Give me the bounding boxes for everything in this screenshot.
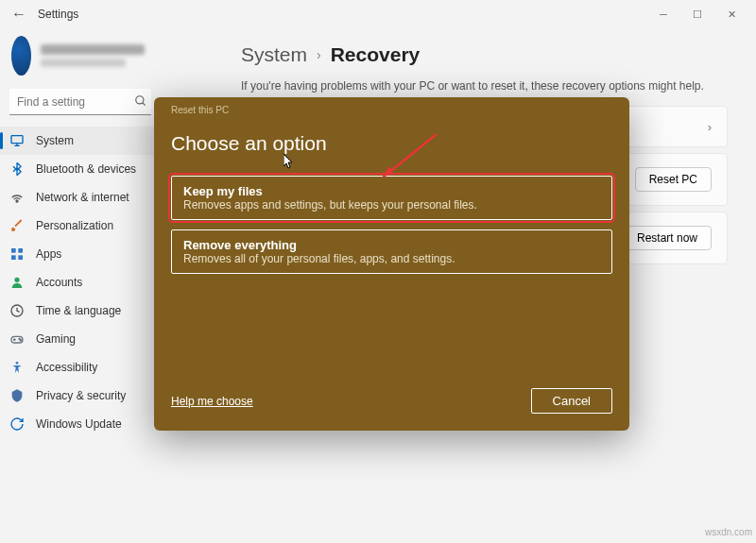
update-icon [9, 416, 25, 432]
sidebar-item-label: Apps [36, 247, 61, 261]
nav-list: SystemBluetooth & devicesNetwork & inter… [0, 127, 156, 438]
annotation-arrow-icon [378, 130, 444, 186]
profile-email [41, 59, 126, 67]
profile-name [41, 44, 145, 55]
close-button[interactable]: ✕ [714, 3, 748, 25]
restart-now-button[interactable]: Restart now [623, 226, 712, 250]
help-me-choose-link[interactable]: Help me choose [171, 395, 253, 408]
clock-icon [9, 303, 25, 318]
wifi-icon [9, 190, 25, 205]
search-icon [134, 94, 141, 111]
reset-option-remove-everything[interactable]: Remove everythingRemoves all of your per… [171, 229, 612, 274]
option-desc: Removes all of your personal files, apps… [183, 252, 600, 265]
person-icon [9, 275, 25, 290]
display-icon [9, 133, 25, 148]
sidebar-item-personalization[interactable]: Personalization [0, 212, 156, 240]
svg-rect-6 [11, 248, 16, 253]
svg-rect-8 [11, 255, 16, 260]
dialog-header: Reset this PC [171, 103, 612, 115]
sidebar-item-label: Time & language [36, 304, 121, 317]
sidebar-item-accounts[interactable]: Accounts [0, 268, 156, 297]
cursor-icon [284, 154, 295, 173]
sidebar-item-network-internet[interactable]: Network & internet [0, 183, 156, 212]
svg-point-0 [136, 96, 144, 104]
option-title: Remove everything [183, 238, 600, 252]
sidebar-item-label: Accounts [36, 276, 82, 289]
apps-icon [9, 246, 25, 262]
chevron-right-icon: › [708, 120, 712, 134]
sidebar-item-windows-update[interactable]: Windows Update [0, 410, 156, 438]
svg-point-16 [20, 340, 21, 341]
sidebar-item-privacy-security[interactable]: Privacy & security [0, 382, 156, 410]
svg-line-18 [387, 134, 437, 174]
chevron-right-icon: › [317, 47, 321, 62]
sidebar-item-bluetooth-devices[interactable]: Bluetooth & devices [0, 155, 156, 183]
svg-rect-2 [11, 136, 23, 144]
watermark: wsxdn.com [705, 527, 752, 537]
svg-marker-19 [382, 166, 393, 178]
sidebar-item-label: Privacy & security [36, 389, 126, 402]
avatar [11, 36, 31, 76]
sidebar-item-label: Gaming [36, 332, 76, 346]
option-desc: Removes apps and settings, but keeps you… [183, 198, 600, 212]
gaming-icon [9, 331, 25, 347]
search-wrap [9, 89, 146, 115]
sidebar-item-label: Bluetooth & devices [36, 162, 136, 176]
sidebar-item-apps[interactable]: Apps [0, 240, 156, 268]
sidebar: SystemBluetooth & devicesNetwork & inter… [0, 28, 156, 543]
svg-rect-9 [18, 255, 23, 260]
app-title: Settings [38, 8, 78, 21]
sidebar-item-label: System [36, 134, 74, 147]
svg-point-10 [14, 278, 19, 282]
titlebar: ← Settings ─ ☐ ✕ [0, 0, 756, 28]
bluetooth-icon [9, 161, 25, 177]
minimize-button[interactable]: ─ [646, 3, 680, 25]
sidebar-item-system[interactable]: System [0, 127, 156, 155]
cancel-button[interactable]: Cancel [531, 388, 612, 414]
breadcrumb-current: Recovery [331, 43, 421, 66]
search-input[interactable] [9, 89, 151, 115]
reset-pc-button[interactable]: Reset PC [635, 167, 712, 192]
maximize-button[interactable]: ☐ [680, 3, 714, 25]
svg-point-17 [16, 362, 19, 365]
breadcrumb-parent[interactable]: System [241, 43, 307, 66]
page-subtitle: If you're having problems with your PC o… [241, 79, 728, 93]
profile[interactable] [0, 28, 156, 83]
option-title: Keep my files [183, 184, 600, 198]
sidebar-item-label: Accessibility [36, 361, 97, 374]
sidebar-item-accessibility[interactable]: Accessibility [0, 353, 156, 382]
back-button[interactable]: ← [8, 3, 30, 25]
brush-icon [9, 218, 25, 233]
svg-rect-7 [18, 248, 23, 253]
sidebar-item-label: Windows Update [36, 417, 122, 431]
shield-icon [9, 388, 25, 403]
sidebar-item-time-language[interactable]: Time & language [0, 297, 156, 325]
sidebar-item-gaming[interactable]: Gaming [0, 325, 156, 353]
svg-point-5 [16, 200, 18, 202]
accessibility-icon [9, 360, 25, 375]
sidebar-item-label: Network & internet [36, 191, 129, 204]
svg-line-1 [143, 103, 146, 106]
sidebar-item-label: Personalization [36, 219, 113, 232]
breadcrumb: System › Recovery [241, 43, 728, 66]
